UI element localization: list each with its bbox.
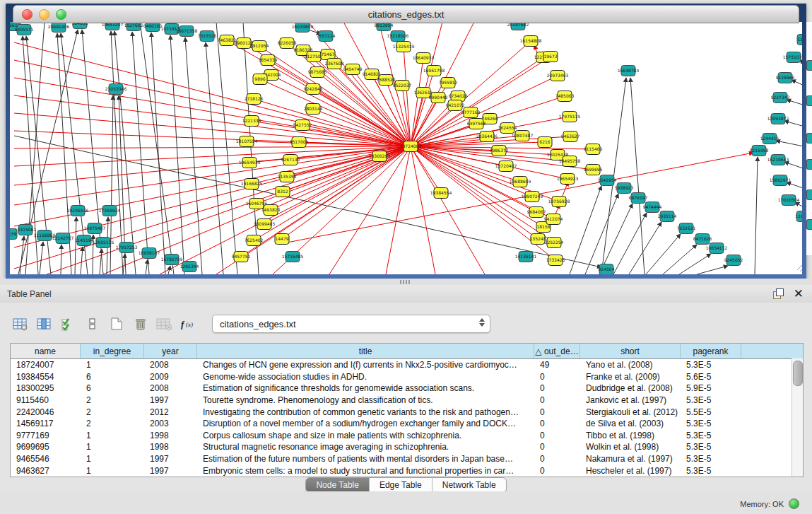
table-row[interactable]: 2242004622012Investigating the contribut… [11,406,803,418]
graph-node[interactable]: 19654935 [239,158,261,168]
graph-node[interactable]: 16961758 [423,66,445,76]
table-cell[interactable]: Embryonic stem cells: a model to study s… [197,466,534,476]
table-cell[interactable]: 0 [534,442,580,452]
delete-column-icon[interactable] [130,313,151,334]
table-cell[interactable]: 5.3E-5 [681,454,741,464]
table-row[interactable]: 1456911722003Disruption of a novel membe… [11,418,803,430]
graph-node[interactable]: 9463627 [561,132,580,142]
tab-node-table[interactable]: Node Table [306,478,370,492]
float-panel-icon[interactable] [773,288,784,299]
table-cell[interactable]: 0 [534,431,580,440]
graph-node[interactable]: 9517005 [290,137,309,148]
table-cell[interactable]: 5.9E-5 [681,383,741,393]
graph-node[interactable]: 15218506 [387,31,409,42]
graph-node[interactable]: 21053346 [105,84,127,95]
table-cell[interactable]: 2008 [144,383,197,393]
graph-node[interactable]: 17359924 [99,206,121,216]
new-column-icon[interactable] [106,313,127,334]
graph-node[interactable]: 15892971 [770,175,792,186]
graph-node[interactable]: 1145194 [75,235,94,246]
table-cell[interactable]: 14569117 [11,419,81,428]
graph-node[interactable]: 8454749 [343,64,363,75]
graph-node[interactable]: 924504 [599,264,615,275]
graph-node[interactable]: 9242848 [304,84,323,95]
table-cell[interactable]: 5.3E-5 [681,419,741,428]
graph-node[interactable]: 1493823 [261,205,281,216]
table-cell[interactable]: Nakamura et al. (1997) [580,454,681,464]
graph-node[interactable]: 9412074 [544,214,563,225]
graph-node[interactable]: 7463822 [218,35,237,46]
table-cell[interactable]: Disruption of a novel member of a sodium… [197,419,534,428]
table-cell[interactable]: 0 [534,466,580,476]
network-window-titlebar[interactable]: citations_edges.txt [13,5,799,23]
table-cell[interactable]: Investigating the contribution of common… [197,407,534,417]
graph-node[interactable]: 1654339 [259,55,278,66]
table-cell[interactable]: 9699695 [11,442,81,452]
graph-node[interactable]: 135248 [530,234,546,245]
graph-node[interactable]: 9875685 [308,67,327,78]
table-cell[interactable]: Yano et al. (2008) [580,360,681,370]
table-cell[interactable]: 1998 [144,442,197,452]
graph-node[interactable]: 9896 [253,74,267,85]
table-cell[interactable]: 5.3E-5 [681,431,741,440]
graph-node[interactable]: 8522037 [393,81,412,91]
graph-node[interactable]: 3624554 [498,123,517,134]
table-cell[interactable]: Stergiakouli et al. (2012) [580,407,681,417]
table-row[interactable]: 911546021997Tourette syndrome. Phenomeno… [11,395,803,407]
graph-node[interactable]: 1244415 [760,134,779,144]
graph-node[interactable]: 11172 [797,35,802,45]
graph-node[interactable]: 5938923 [615,183,634,194]
table-cell[interactable]: 1997 [144,395,197,405]
graph-node[interactable]: 14479 [275,234,289,245]
table-cell[interactable]: Wolkin et al. (1998) [580,442,681,452]
select-all-columns-icon[interactable] [58,313,79,334]
graph-node[interactable]: 9129966 [776,73,795,83]
table-cell[interactable]: 6 [81,372,144,382]
graph-node[interactable]: 2252254 [545,238,564,248]
graph-node[interactable]: 18907249 [522,192,543,202]
graph-node[interactable]: 8990448 [429,93,448,103]
table-cell[interactable]: Dudbridge et al. (2008) [580,383,681,393]
graph-node[interactable]: 7955812 [439,78,458,88]
graph-node[interactable]: 16648784 [618,66,640,76]
table-cell[interactable]: 1 [81,466,144,476]
graph-node[interactable]: 15751074 [783,52,802,63]
table-select-dropdown[interactable]: citations_edges.txt [212,315,490,333]
table-cell[interactable]: 9777169 [11,431,81,440]
network-canvas[interactable]: 1661254055712069140618465110653207152760… [10,22,802,274]
table-row[interactable]: 946554611997Estimation of the future num… [11,453,803,465]
tab-network-table[interactable]: Network Table [433,478,506,492]
graph-node[interactable]: 2367608 [325,59,344,69]
graph-node[interactable]: 16154808 [520,36,542,47]
table-cell[interactable]: 0 [534,419,580,428]
table-cell[interactable]: 5.3E-5 [681,466,741,476]
table-cell[interactable]: Tibbo et al. (1998) [580,431,681,440]
table-cell[interactable]: 1 [81,442,144,452]
table-row[interactable]: 1830029562008Estimation of significance … [11,382,803,395]
graph-node[interactable]: 12142757 [52,233,74,244]
table-cell[interactable]: 1997 [144,466,197,476]
table-cell[interactable]: 2003 [144,419,197,428]
table-row[interactable]: 1938455462009Genome-wide association stu… [11,371,803,383]
close-panel-icon[interactable]: ✕ [794,288,804,300]
table-cell[interactable]: 5.6E-5 [681,372,741,382]
graph-node[interactable]: 9267130 [281,155,300,165]
graph-node[interactable]: 9457751 [232,252,251,262]
table-cell[interactable]: 0 [534,372,580,382]
row-height-icon[interactable] [82,313,103,334]
graph-node[interactable]: 9474444 [643,202,662,213]
table-cell[interactable]: Estimation of the future numbers of pati… [197,454,534,464]
graph-node[interactable]: 16958107 [139,248,160,259]
graph-node[interactable]: 1221338 [242,116,261,127]
table-cell[interactable]: Estimation of significance thresholds fo… [197,383,534,393]
table-cell[interactable]: 2 [81,419,144,428]
graph-node[interactable]: 9115460 [584,144,603,155]
table-cell[interactable]: 1997 [144,454,197,464]
graph-node[interactable]: 12093872 [767,114,789,124]
graph-node[interactable]: 9684067 [527,207,546,218]
table-cell[interactable]: 18300295 [11,383,81,393]
table-cell[interactable]: 22420046 [11,407,81,417]
graph-node[interactable]: 8912954 [250,41,269,52]
table-cell[interactable]: 2 [81,407,144,417]
graph-node[interactable]: 9245052 [724,255,743,266]
